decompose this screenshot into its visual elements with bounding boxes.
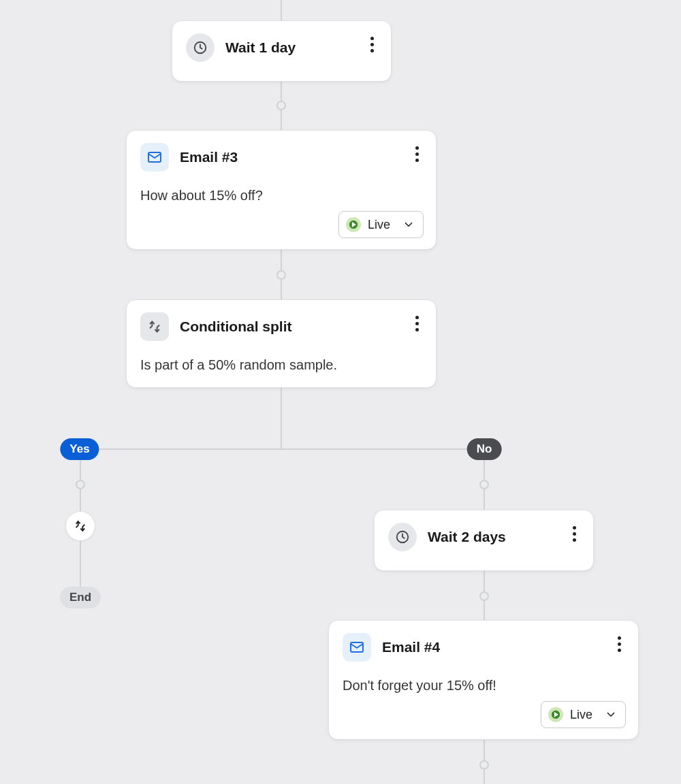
node-desc: Don't forget your 15% off! [343, 676, 624, 694]
mail-icon [140, 143, 169, 172]
flow-joint [276, 270, 286, 280]
mail-icon [343, 633, 371, 662]
chevron-down-icon [402, 218, 415, 231]
clock-icon [186, 33, 215, 62]
flow-joint [479, 591, 489, 601]
node-desc: How about 15% off? [140, 186, 422, 204]
flow-node-email[interactable]: Email #3 How about 15% off? Live [126, 130, 437, 250]
clock-icon [388, 523, 417, 551]
node-menu-button[interactable] [362, 33, 381, 55]
node-menu-button[interactable] [407, 143, 426, 165]
branch-label-yes: Yes [60, 438, 99, 460]
status-select[interactable]: Live [338, 211, 424, 238]
split-icon [140, 312, 169, 341]
status-label: Live [570, 708, 592, 722]
node-title: Conditional split [180, 318, 291, 335]
node-title: Email #3 [180, 149, 238, 165]
flow-joint [276, 101, 286, 110]
flow-canvas: Wait 1 day Email #3 How about 15% off? L… [0, 0, 681, 784]
flow-node-wait[interactable]: Wait 1 day [172, 20, 392, 82]
node-desc: Is part of a 50% random sample. [140, 356, 422, 374]
node-menu-button[interactable] [407, 312, 426, 334]
flow-node-split[interactable]: Conditional split Is part of a 50% rando… [126, 299, 437, 388]
chevron-down-icon [605, 708, 617, 721]
flow-joint [479, 760, 489, 770]
flow-mini-split[interactable] [65, 511, 95, 541]
flow-joint [76, 480, 85, 489]
node-title: Wait 1 day [225, 39, 296, 56]
status-label: Live [368, 218, 390, 232]
status-select[interactable]: Live [541, 701, 626, 728]
play-icon [346, 217, 361, 232]
flow-node-email[interactable]: Email #4 Don't forget your 15% off! Live [328, 620, 639, 740]
branch-end: End [60, 587, 101, 608]
node-title: Email #4 [382, 639, 440, 655]
flow-node-wait[interactable]: Wait 2 days [374, 510, 594, 571]
branch-label-no: No [467, 438, 502, 460]
play-icon [548, 707, 563, 722]
node-title: Wait 2 days [428, 529, 506, 545]
connector [80, 448, 485, 450]
node-menu-button[interactable] [609, 633, 629, 655]
node-menu-button[interactable] [565, 523, 584, 544]
flow-joint [479, 480, 489, 489]
